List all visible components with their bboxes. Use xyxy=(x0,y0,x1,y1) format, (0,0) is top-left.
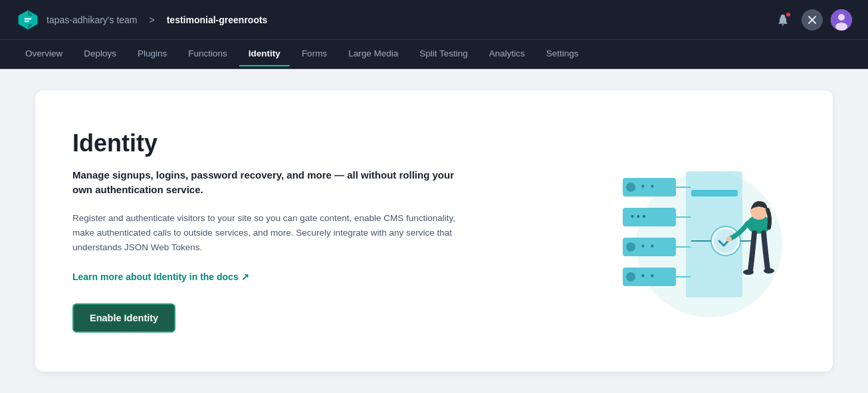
docs-link[interactable]: Learn more about Identity in the docs ↗ xyxy=(72,272,249,282)
svg-rect-5 xyxy=(25,20,29,21)
netlify-logo xyxy=(16,8,40,32)
notifications-button[interactable] xyxy=(772,9,794,31)
svg-text:*: * xyxy=(651,183,654,193)
site-name: testimonial-greenroots xyxy=(167,15,268,25)
main-content: Identity Manage signups, logins, passwor… xyxy=(0,69,868,393)
svg-text:*: * xyxy=(641,183,645,193)
nav-plugins[interactable]: Plugins xyxy=(128,42,176,66)
nav-large-media[interactable]: Large Media xyxy=(339,42,407,66)
svg-text:*: * xyxy=(651,243,654,252)
svg-rect-13 xyxy=(691,190,738,196)
description: Register and authenticate visitors to yo… xyxy=(72,211,458,256)
main-nav: Overview Deploys Plugins Functions Ident… xyxy=(0,40,868,69)
svg-point-39 xyxy=(743,270,754,275)
enable-identity-button[interactable]: Enable Identity xyxy=(72,303,175,333)
close-button[interactable] xyxy=(802,9,823,31)
identity-illustration: * * • • • * * * * xyxy=(583,138,796,324)
svg-point-33 xyxy=(714,229,738,253)
svg-text:*: * xyxy=(651,273,654,282)
user-avatar-icon xyxy=(831,9,852,31)
nav-split-testing[interactable]: Split Testing xyxy=(410,42,477,66)
svg-point-40 xyxy=(764,268,774,274)
logo-area: tapas-adhikary's team > testimonial-gree… xyxy=(16,8,267,32)
nav-deploys[interactable]: Deploys xyxy=(74,42,126,66)
svg-point-28 xyxy=(626,272,635,281)
notification-dot xyxy=(786,12,791,17)
nav-analytics[interactable]: Analytics xyxy=(480,42,534,66)
card-content: Identity Manage signups, logins, passwor… xyxy=(72,129,458,333)
x-icon xyxy=(808,15,817,25)
nav-functions[interactable]: Functions xyxy=(179,42,237,66)
svg-point-23 xyxy=(626,242,635,252)
nav-identity[interactable]: Identity xyxy=(239,42,290,66)
header: tapas-adhikary's team > testimonial-gree… xyxy=(0,0,868,40)
svg-rect-4 xyxy=(25,18,32,19)
identity-card: Identity Manage signups, logins, passwor… xyxy=(35,90,833,372)
svg-point-10 xyxy=(835,23,847,31)
svg-point-38 xyxy=(726,236,732,242)
svg-text:*: * xyxy=(641,273,645,282)
svg-text:*: * xyxy=(641,243,645,252)
header-actions xyxy=(772,9,852,31)
avatar[interactable] xyxy=(831,9,852,31)
nav-forms[interactable]: Forms xyxy=(292,42,336,66)
page-title: Identity xyxy=(72,129,458,157)
svg-point-15 xyxy=(626,183,635,192)
subtitle: Manage signups, logins, password recover… xyxy=(72,168,458,198)
nav-overview[interactable]: Overview xyxy=(16,42,72,66)
illustration-svg: * * • • • * * * * xyxy=(583,138,796,324)
team-name: tapas-adhikary's team xyxy=(47,15,138,25)
svg-point-9 xyxy=(838,14,845,21)
nav-settings[interactable]: Settings xyxy=(537,42,588,66)
breadcrumb-sep: > xyxy=(150,15,155,25)
svg-text:• • •: • • • xyxy=(631,211,646,222)
